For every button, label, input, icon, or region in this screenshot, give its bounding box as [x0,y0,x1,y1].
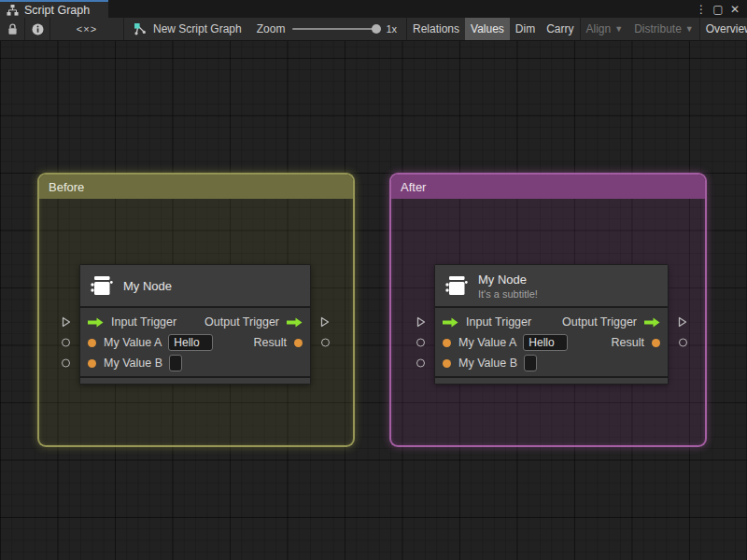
port-label: My Value B [458,357,517,370]
port-label: Output Trigger [204,315,279,329]
code-view-button[interactable]: <×> [50,18,123,40]
tab-title: Script Graph [24,4,90,17]
node-footer [435,376,668,384]
info-icon [32,23,44,35]
toolbar-button-carry[interactable]: Carry [541,18,579,40]
value-port-icon[interactable] [443,359,451,368]
flow-output-port[interactable] [678,316,687,328]
toolbar-button-overview[interactable]: Overview [700,18,747,40]
node-row-value-b: My Value B [80,353,310,373]
value-input-port[interactable] [416,359,425,368]
node-row-value-a: My Value A Result [435,332,668,353]
node-rows: Input Trigger Output Trigger My Value A … [435,308,668,376]
value-port-icon[interactable] [88,359,96,368]
toolbar-button-dim[interactable]: Dim [510,18,541,40]
lock-icon [7,23,18,35]
menu-kebab-icon[interactable]: ⋮ [694,3,709,16]
value-output-port[interactable] [321,339,330,347]
script-graph-asset-icon [134,22,147,35]
value-port-icon[interactable] [294,339,303,347]
info-button[interactable] [25,18,49,40]
group-header[interactable]: Before [39,175,353,199]
node-footer [80,376,310,384]
value-input[interactable] [169,355,182,371]
value-port-icon[interactable] [652,339,660,347]
tab-script-graph[interactable]: Script Graph [0,0,108,18]
unit-icon [444,273,469,298]
port-label: Result [254,336,287,349]
node-title: My Node [123,279,172,293]
node-my-node-before[interactable]: My Node Input Trigger Output Trigger [79,264,311,385]
zoom-label: Zoom [257,22,286,35]
value-input[interactable] [524,355,537,371]
group-header[interactable]: After [391,175,705,199]
port-label: My Value A [104,336,162,349]
zoom-slider-handle[interactable] [372,24,381,34]
node-rows: Input Trigger Output Trigger My Value A … [80,308,310,376]
value-input-port[interactable] [62,359,70,368]
chevron-down-icon: ▼ [614,25,623,34]
value-input[interactable] [168,334,213,351]
graph-name: New Script Graph [153,22,242,35]
zoom-slider[interactable] [292,28,378,30]
flow-arrow-icon[interactable] [88,317,104,328]
flow-arrow-icon[interactable] [644,317,660,328]
value-port-icon[interactable] [443,339,451,347]
group-title: After [401,180,426,194]
value-input[interactable] [523,334,568,351]
graph-title-area: New Script Graph [124,18,253,40]
node-my-node-after[interactable]: My Node It's a subtitle! Input Trigger O… [434,264,669,385]
value-input-port[interactable] [416,339,425,347]
graph-canvas[interactable]: Before After My Node [0,41,747,560]
graph-toolbar: <×> New Script Graph Zoom 1x Relations V… [0,18,747,41]
chevron-down-icon: ▼ [685,25,694,34]
value-input-port[interactable] [62,339,70,347]
port-label: Input Trigger [466,315,531,329]
flow-arrow-icon[interactable] [287,317,303,328]
tab-bar: Script Graph ⋮ ▢ ✕ [0,0,747,18]
zoom-value: 1x [386,23,397,35]
lock-button[interactable] [0,18,24,40]
node-row-trigger: Input Trigger Output Trigger [80,312,310,332]
script-graph-window: Script Graph ⋮ ▢ ✕ <×> [0,0,747,560]
port-label: Output Trigger [562,315,637,329]
node-row-value-b: My Value B [435,353,668,373]
node-header[interactable]: My Node [80,265,310,308]
graph-hierarchy-icon [7,5,19,16]
flow-input-port[interactable] [62,316,71,328]
node-header[interactable]: My Node It's a subtitle! [435,265,668,308]
toolbar-button-align[interactable]: Align ▼ [581,18,629,40]
node-row-trigger: Input Trigger Output Trigger [435,312,668,332]
port-label: My Value B [104,357,162,370]
unit-icon [90,273,114,298]
zoom-control: Zoom 1x [253,18,406,40]
value-port-icon[interactable] [88,339,96,347]
flow-arrow-icon[interactable] [443,317,458,328]
port-label: Input Trigger [111,315,176,329]
close-icon[interactable]: ✕ [727,3,742,16]
toolbar-button-distribute[interactable]: Distribute ▼ [628,18,699,40]
group-title: Before [49,180,84,194]
value-output-port[interactable] [679,339,687,347]
window-controls: ⋮ ▢ ✕ [694,0,747,18]
toolbar-button-relations[interactable]: Relations [407,18,465,40]
flow-output-port[interactable] [320,316,330,328]
toolbar-button-values[interactable]: Values [465,18,510,40]
port-label: My Value A [458,336,516,349]
maximize-icon[interactable]: ▢ [711,3,726,16]
port-label: Result [612,336,644,349]
node-row-value-a: My Value A Result [80,332,310,353]
node-subtitle: It's a subtitle! [478,288,538,300]
flow-input-port[interactable] [416,316,426,328]
node-title: My Node [478,273,538,287]
